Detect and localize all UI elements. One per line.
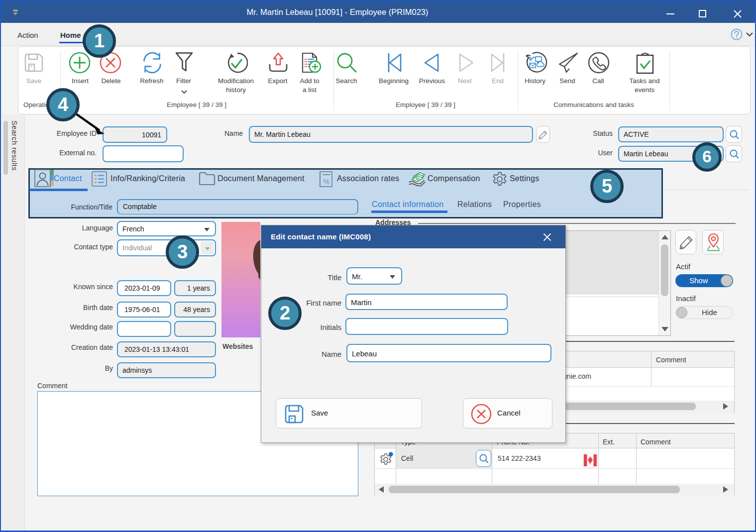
- svg-text:%: %: [323, 177, 329, 186]
